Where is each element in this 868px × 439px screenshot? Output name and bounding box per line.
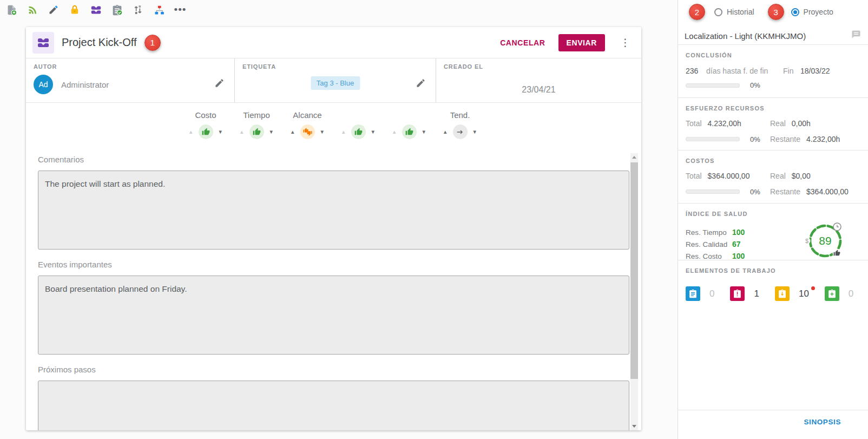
created-field: CREADO EL 23/04/21 xyxy=(436,58,641,102)
thumb-up-icon[interactable] xyxy=(402,125,417,139)
work-items-heading: ELEMENTOS DE TRABAJO xyxy=(686,267,860,274)
effort-total-value: 4.232,00h xyxy=(708,119,741,128)
health-gauge: 89 $ xyxy=(802,219,849,265)
effort-remaining-value: 4.232,00h xyxy=(806,135,840,143)
thumbs-mixed-icon[interactable] xyxy=(300,125,315,139)
svg-text:$: $ xyxy=(805,238,808,244)
send-button[interactable]: ENVIAR xyxy=(558,34,606,51)
transfer-icon[interactable] xyxy=(132,4,144,16)
work-item-crimson[interactable]: 1 xyxy=(730,286,759,301)
panel-view-toggle: 2 Historial 3 Proyecto xyxy=(678,0,868,21)
indicator-label: Tiempo xyxy=(243,110,269,123)
effort-section: ESFUERZO RECURSOS Total 4.232,00h Real 0… xyxy=(678,97,868,150)
project-title-row: Localization - Light (KKMHKJMO) xyxy=(678,21,868,44)
next-steps-textarea[interactable] xyxy=(38,381,629,430)
indicator-up-arrow[interactable]: ▲ xyxy=(290,129,295,135)
more-tools-icon[interactable]: ••• xyxy=(174,4,186,16)
thumb-up-icon[interactable] xyxy=(199,125,213,139)
scrollbar-thumb[interactable] xyxy=(630,162,638,379)
milestones-textarea[interactable]: Board presentation planned on Friday. xyxy=(38,276,629,355)
radio-historial[interactable]: Historial xyxy=(714,8,754,16)
indicator-tiempo: Tiempo ▲ ▼ xyxy=(231,110,282,139)
indicator-up-arrow[interactable]: ▲ xyxy=(392,129,397,135)
scroll-down-button[interactable] xyxy=(630,422,638,430)
report-meta-row: AUTOR Ad Administrator ETIQUETA Tag 3 - … xyxy=(26,58,641,103)
status-indicators: Costo ▲ ▼ Tiempo ▲ ▼ Alcance ▲ xyxy=(180,110,641,139)
edit-icon[interactable] xyxy=(48,4,60,16)
health-row-label: Res. Costo xyxy=(686,252,732,260)
effort-total-label: Total xyxy=(686,119,702,128)
add-document-icon[interactable] xyxy=(5,4,17,16)
lock-icon[interactable] xyxy=(69,4,81,16)
indicator-up-arrow[interactable]: ▲ xyxy=(443,129,448,135)
indicator-tendencia: Tend. ▲ ▼ xyxy=(435,110,485,139)
work-item-count: 0 xyxy=(849,289,853,299)
radio-proyecto-label: Proyecto xyxy=(804,8,833,16)
indicator-down-arrow[interactable]: ▼ xyxy=(422,129,426,135)
costs-remaining-value: $364.000,00 xyxy=(806,187,849,196)
health-row-value: 100 xyxy=(732,228,745,237)
thumb-up-icon[interactable] xyxy=(249,125,264,139)
edit-author-icon[interactable] xyxy=(214,78,225,90)
work-item-amber[interactable]: 10 xyxy=(775,286,809,301)
comments-textarea[interactable]: The project will start as planned. xyxy=(38,171,629,250)
days-remaining-value: 236 xyxy=(686,67,706,75)
thumb-up-icon[interactable] xyxy=(351,125,366,139)
created-label: CREADO EL xyxy=(444,63,634,70)
clipboard-add-icon xyxy=(825,286,839,301)
dollar-icon: $ xyxy=(804,238,811,245)
report-text-fields: Comentarios The project will start as pl… xyxy=(26,139,641,430)
effort-progress-percent: 0% xyxy=(750,135,760,143)
costs-remaining-label: Restante xyxy=(770,187,800,196)
indicator-down-arrow[interactable]: ▼ xyxy=(218,129,223,135)
indicator-down-arrow[interactable]: ▼ xyxy=(472,129,477,135)
cancel-button[interactable]: CANCELAR xyxy=(500,38,545,47)
edit-tag-icon[interactable] xyxy=(416,78,426,90)
synopsis-link[interactable]: SINOPSIS xyxy=(804,418,841,426)
effort-progress-bar xyxy=(686,137,740,141)
feed-icon[interactable] xyxy=(27,4,38,16)
radio-checked-icon xyxy=(791,8,799,16)
tag-field: ETIQUETA Tag 3 - Blue xyxy=(234,58,436,102)
author-name: Administrator xyxy=(61,80,109,89)
indicator-up-arrow[interactable]: ▲ xyxy=(188,129,193,135)
health-row-calidad: Res. Calidad 67 xyxy=(686,240,745,248)
hierarchy-icon[interactable] xyxy=(153,4,165,16)
work-item-count: 1 xyxy=(754,289,759,299)
created-value: 23/04/21 xyxy=(444,85,634,95)
author-label: AUTOR xyxy=(34,63,227,70)
indicator-up-arrow[interactable]: ▲ xyxy=(341,129,346,135)
indicator-down-arrow[interactable]: ▼ xyxy=(320,129,325,135)
report-actions: CANCELAR ENVIAR ⋮ xyxy=(500,34,633,51)
health-row-label: Res. Tiempo xyxy=(686,228,732,237)
annotation-step-1: 1 xyxy=(144,35,161,51)
health-row-value: 100 xyxy=(732,252,745,260)
work-item-blue[interactable]: 0 xyxy=(686,286,714,301)
conclusion-progress-bar xyxy=(686,83,740,88)
indicator-label: Tend. xyxy=(450,110,470,123)
tag-chip: Tag 3 - Blue xyxy=(311,76,360,90)
finish-date: 18/03/22 xyxy=(800,67,830,75)
vertical-scrollbar[interactable] xyxy=(630,153,638,430)
panel-footer: SINOPSIS xyxy=(678,410,868,439)
clock-icon xyxy=(833,223,841,231)
indicator-up-arrow[interactable]: ▲ xyxy=(239,129,244,135)
work-item-count: 10 xyxy=(799,289,809,299)
effort-real-value: 0,00h xyxy=(792,119,811,128)
project-title: Localization - Light (KKMHKJMO) xyxy=(685,31,806,41)
note-icon[interactable] xyxy=(851,29,862,42)
work-item-green[interactable]: 0 xyxy=(825,286,853,301)
more-options-icon[interactable]: ⋮ xyxy=(618,36,633,49)
indicator-5: ▲ ▼ xyxy=(384,110,435,139)
trend-steady-icon[interactable] xyxy=(453,125,468,139)
approval-icon[interactable] xyxy=(111,4,123,16)
radio-proyecto[interactable]: Proyecto xyxy=(791,8,833,16)
costs-real-value: $0,00 xyxy=(792,172,811,180)
status-report-icon[interactable] xyxy=(90,4,102,16)
comments-label: Comentarios xyxy=(38,155,641,164)
scroll-up-button[interactable] xyxy=(630,153,638,161)
indicator-down-arrow[interactable]: ▼ xyxy=(269,129,274,135)
days-remaining-label: días hasta f. de fin xyxy=(706,67,775,75)
health-heading: ÍNDICE DE SALUD xyxy=(686,211,860,217)
indicator-down-arrow[interactable]: ▼ xyxy=(371,129,376,135)
